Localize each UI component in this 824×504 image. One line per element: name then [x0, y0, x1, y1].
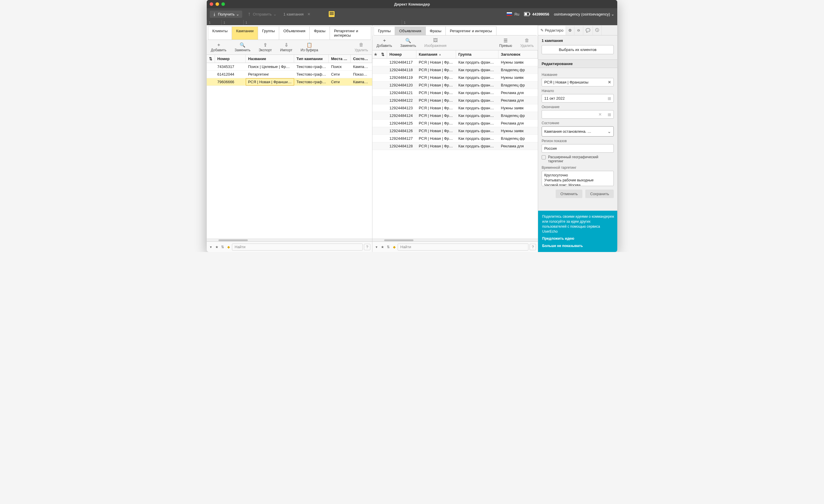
table-row[interactable]: 12924484120РСЯ | Новая | Фран…Как продат… [373, 82, 538, 89]
import-button[interactable]: ⇩Импорт [276, 41, 297, 53]
col-number[interactable]: Номер [387, 50, 416, 58]
tab-retargeting[interactable]: Ретаргетинг и интересы [330, 26, 371, 39]
sort-icon[interactable]: ⇅ [386, 245, 391, 249]
table-row[interactable]: 74345317Поиск | Целевые | Фран…Текстово-… [207, 63, 372, 71]
tab-comments[interactable]: 💬 [583, 26, 593, 35]
choose-clients-button[interactable]: Выбрать их клиентов [542, 45, 614, 54]
clear-selection-icon[interactable]: ✕ [306, 11, 312, 17]
state-select[interactable]: Кампания остановлена. … [542, 126, 614, 137]
tab-ads[interactable]: Объявления [279, 26, 310, 39]
table-row[interactable]: 12924484117РСЯ | Новая | Фран…Как продат… [373, 58, 538, 66]
clear-icon[interactable]: ✕ [599, 112, 602, 117]
help-icon[interactable]: ? [530, 244, 536, 250]
user-menu[interactable]: osintsevagency (osintsevagency) ⌄ [554, 12, 614, 16]
horizontal-scrollbar[interactable] [207, 239, 372, 241]
replace-button[interactable]: 🔍Заменить [396, 37, 420, 49]
search-input[interactable]: Найти [398, 244, 528, 251]
svg-rect-2 [525, 13, 527, 15]
table-row[interactable]: 12924484125РСЯ | Новая | Фран…Как продат… [373, 120, 538, 127]
image-icon: 🖼 [433, 38, 438, 43]
tab-sliders[interactable]: ⚙ [566, 26, 575, 35]
table-row[interactable]: 12924484119РСЯ | Новая | Фран…Как продат… [373, 74, 538, 82]
star-icon[interactable]: ★ [380, 245, 385, 249]
window-maximize[interactable] [221, 2, 225, 6]
add-button[interactable]: ＋Добавить [373, 37, 396, 49]
tab-clients[interactable]: Клиенты [208, 26, 232, 39]
mid-tabs: Группы Объявления Фразы Ретаргетинг и ин… [374, 26, 537, 35]
get-button[interactable]: ⭳ Получить ⌄ [210, 11, 242, 18]
window-minimize[interactable] [215, 2, 219, 6]
horizontal-scrollbar[interactable] [373, 239, 538, 241]
tab-groups[interactable]: Группы [374, 26, 395, 35]
warning-icon[interactable]: ◆ [392, 245, 397, 249]
star-icon[interactable]: ★ [214, 245, 219, 249]
left-toolbar: ＋Добавить 🔍Заменить ⇪Экспорт ⇩Импорт 📋Из… [207, 40, 372, 55]
add-button[interactable]: ＋Добавить [207, 41, 230, 53]
col-campaign[interactable]: Кампания▲ [416, 50, 456, 58]
filter-icon[interactable]: ▾ [374, 245, 379, 249]
table-row[interactable]: 12924484122РСЯ | Новая | Фран…Как продат… [373, 97, 538, 104]
table-row[interactable]: 12924484118РСЯ | Новая | Фран…Как продат… [373, 66, 538, 74]
tab-settings[interactable]: ⛭ [575, 26, 583, 35]
filter-icon[interactable]: ▾ [208, 245, 213, 249]
clipboard-icon: 📋 [306, 42, 312, 47]
chevron-down-icon: ⌄ [236, 12, 239, 16]
table-row[interactable]: 12924484126РСЯ | Новая | Фран…Как продат… [373, 127, 538, 135]
clear-icon[interactable]: ✕ [608, 80, 611, 85]
sort-icon[interactable]: ⇅ [207, 55, 215, 63]
import-icon: ⇩ [285, 42, 288, 47]
tab-campaigns[interactable]: Кампании [232, 26, 258, 39]
tab-edit[interactable]: ✎ Редактиро [538, 26, 566, 35]
tab-ads[interactable]: Объявления [395, 26, 425, 35]
from-buffer-button[interactable]: 📋Из буфера [297, 41, 322, 53]
dismiss-link[interactable]: Больше не показывать [542, 244, 613, 248]
col-type[interactable]: Тип кампании [294, 55, 329, 63]
table-row[interactable]: 79606666РСЯ | Новая | ФраншизыТекстово-г… [207, 78, 372, 86]
col-places[interactable]: Места … [329, 55, 351, 63]
time-targeting-display[interactable]: Круглосуточно Учитывать рабочие выходные… [542, 171, 614, 186]
table-row[interactable]: 61412044РетаргетингТекстово-граф…СетиПок… [207, 71, 372, 78]
col-number[interactable]: Номер [215, 55, 246, 63]
tab-retargeting[interactable]: Ретаргетинг и интересы [445, 26, 497, 35]
sort-icon[interactable]: ⇅ [379, 50, 387, 58]
window-close[interactable] [210, 2, 213, 6]
name-input[interactable]: РСЯ | Новая | Франшизы ✕ [542, 78, 614, 87]
warning-icon[interactable]: ◆ [226, 245, 231, 249]
tab-phrases[interactable]: Фразы [425, 26, 446, 35]
col-name[interactable]: Название [246, 55, 294, 63]
star-col-icon[interactable]: ★ [373, 50, 379, 58]
table-row[interactable]: 12924484124РСЯ | Новая | Фран…Как продат… [373, 112, 538, 120]
preview-button[interactable]: ☰Превью [495, 37, 516, 49]
language-selector[interactable]: Ru [507, 12, 519, 16]
sort-icon[interactable]: ⇅ [220, 245, 225, 249]
trash-icon: 🗑 [525, 38, 529, 43]
col-headline[interactable]: Заголовок [499, 50, 538, 58]
suggest-idea-link[interactable]: Предложить идею [542, 236, 613, 241]
tab-phrases[interactable]: Фразы [309, 26, 330, 39]
send-button[interactable]: ⭱ Отправить ⌄ [244, 11, 279, 18]
tab-info[interactable]: ⓘ [593, 25, 602, 35]
cancel-button[interactable]: Отменить [556, 190, 582, 198]
checkbox-icon [542, 155, 546, 159]
label-time: Временной таргетинг [542, 165, 614, 170]
end-date-input[interactable]: ✕ [542, 110, 614, 119]
region-input[interactable]: Россия [542, 144, 614, 153]
export-button[interactable]: ⇪Экспорт [254, 41, 276, 53]
chevron-down-icon: ⌄ [273, 12, 277, 16]
tab-groups[interactable]: Группы [258, 26, 279, 39]
col-state[interactable]: Состояни [351, 55, 372, 63]
col-group[interactable]: Группа [456, 50, 499, 58]
notes-icon[interactable] [329, 11, 335, 17]
close-icon[interactable]: × [612, 214, 614, 220]
geo-checkbox[interactable]: Расширенный географический таргетинг [542, 155, 614, 163]
search-input[interactable]: Найти [232, 244, 363, 251]
label-region: Регион показов [542, 139, 614, 143]
table-row[interactable]: 12924484128РСЯ | Новая | Фран…Как продат… [373, 142, 538, 150]
table-row[interactable]: 12924484123РСЯ | Новая | Фран…Как продат… [373, 104, 538, 112]
start-date-input[interactable]: 11 окт 2022 [542, 94, 614, 103]
save-button[interactable]: Сохранить [585, 190, 614, 198]
replace-button[interactable]: 🔍Заменить [230, 41, 254, 53]
help-icon[interactable]: ? [364, 244, 370, 250]
table-row[interactable]: 12924484121РСЯ | Новая | Фран…Как продат… [373, 89, 538, 97]
table-row[interactable]: 12924484127РСЯ | Новая | Фран…Как продат… [373, 135, 538, 142]
